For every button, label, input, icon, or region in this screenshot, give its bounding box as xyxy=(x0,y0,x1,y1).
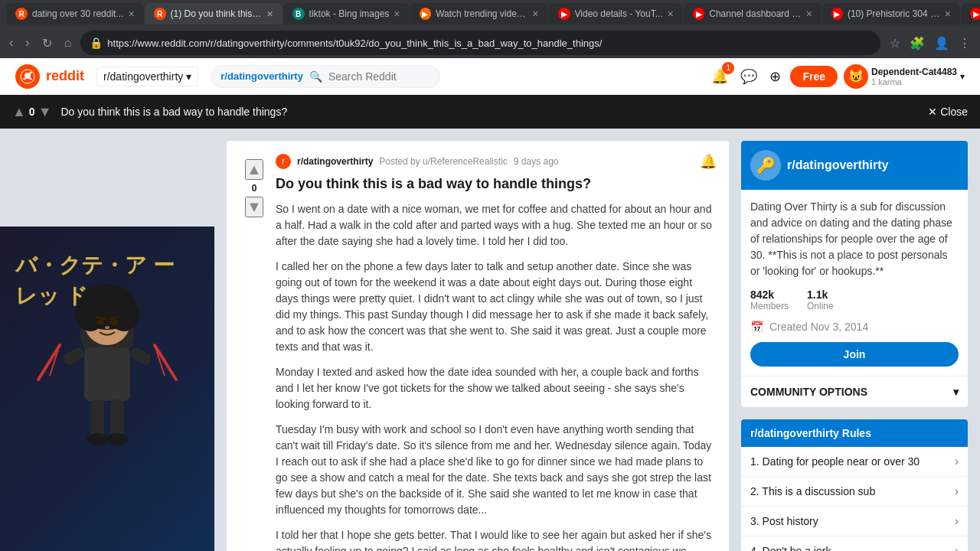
back-button[interactable]: ‹ xyxy=(6,33,16,53)
rule-4[interactable]: 4. Don't be a jerk › xyxy=(741,536,968,551)
tab-2-close[interactable]: × xyxy=(266,8,273,20)
tab-6-close[interactable]: × xyxy=(806,8,812,20)
post-body: r r/datingoverthirty Posted by u/Referen… xyxy=(276,153,717,551)
search-prefix: r/datingoverthirty xyxy=(220,70,303,82)
svg-rect-18 xyxy=(61,346,86,367)
svg-point-1 xyxy=(24,73,31,79)
tab-5-close[interactable]: × xyxy=(668,8,674,20)
svg-point-4 xyxy=(30,71,32,73)
tab-2[interactable]: R (1) Do you think this ... × xyxy=(145,3,283,24)
reload-button[interactable]: ↻ xyxy=(39,33,55,54)
rule-2-text: 2. This is a discussion sub xyxy=(750,485,875,497)
tab-5[interactable]: ▶ Video details - YouT... × xyxy=(549,3,683,24)
post-upvote-button[interactable]: ▲ xyxy=(245,159,263,180)
downvote-button[interactable]: ▼ xyxy=(38,104,52,120)
tab-1-close[interactable]: × xyxy=(128,8,134,20)
rule-1[interactable]: 1. Dating for people near or over 30 › xyxy=(741,447,968,477)
anime-character-svg: バ・クテ・ア ー レッ ド xyxy=(8,234,207,525)
post-text: So I went on a date with a nice woman, w… xyxy=(276,201,717,551)
created-date: Created Nov 3, 2014 xyxy=(769,321,868,333)
search-input[interactable] xyxy=(328,70,430,83)
rule-3-text: 3. Post history xyxy=(750,515,818,527)
rules-list: 1. Dating for people near or over 30 › 2… xyxy=(741,447,968,551)
tab-3-close[interactable]: × xyxy=(394,8,400,20)
post-subreddit: r/datingoverthirty xyxy=(297,156,373,167)
post-vote-count: 0 xyxy=(252,183,257,194)
tab-8-favicon: ▶ xyxy=(970,8,980,20)
post-card: ▲ 0 ▼ r r/datingoverthirty Posted by u/R… xyxy=(227,141,729,551)
members-stat: 842k Members xyxy=(750,289,789,311)
address-bar[interactable]: 🔒 https://www.reddit.com/r/datingoverthi… xyxy=(80,31,880,55)
post-downvote-button[interactable]: ▼ xyxy=(245,197,263,217)
post-view-bar: ▲ 0 ▼ Do you think this is a bad way to … xyxy=(0,95,980,129)
upvote-button[interactable]: ▲ xyxy=(12,104,26,120)
chat-button[interactable]: 💬 xyxy=(737,65,760,88)
svg-text:レッ ド: レッ ド xyxy=(15,284,88,308)
join-button[interactable]: Join xyxy=(750,342,959,367)
address-bar-row: ‹ › ↻ ⌂ 🔒 https://www.reddit.com/r/datin… xyxy=(0,28,980,58)
tab-6-favicon: ▶ xyxy=(693,8,704,20)
online-stat: 1.1k Online xyxy=(807,289,834,311)
post-inner: ▲ 0 ▼ r r/datingoverthirty Posted by u/R… xyxy=(239,153,717,551)
tab-3[interactable]: B tiktok - Bing images × xyxy=(283,3,410,24)
subreddit-name: r/datingoverthirty xyxy=(103,70,183,83)
rule-4-text: 4. Don't be a jerk xyxy=(750,545,831,551)
user-info: Dependent-Cat4483 1 karma xyxy=(871,67,957,86)
rule-4-chevron: › xyxy=(955,544,959,551)
chevron-down-icon: ▾ xyxy=(186,70,191,83)
notification-area: 🔔 1 xyxy=(708,65,731,88)
tab-6[interactable]: ▶ Channel dashboard - ... × xyxy=(684,3,822,24)
online-count: 1.1k xyxy=(807,289,834,301)
svg-text:バ・クテ・ア ー: バ・クテ・ア ー xyxy=(15,253,175,277)
subreddit-selector[interactable]: r/datingoverthirty ▾ xyxy=(96,67,198,86)
close-post-button[interactable]: ✕ Close xyxy=(928,106,968,118)
user-menu-chevron: ▾ xyxy=(960,71,965,82)
tab-3-title: tiktok - Bing images xyxy=(309,8,390,19)
rule-3[interactable]: 3. Post history › xyxy=(741,507,968,536)
post-title: Do you think this is a bad way to handle… xyxy=(276,176,717,192)
tab-4[interactable]: ▶ Watch trending video... × xyxy=(410,3,548,24)
rule-3-chevron: › xyxy=(955,514,959,528)
online-label: Online xyxy=(807,301,834,311)
tab-1[interactable]: R dating over 30 reddit... × xyxy=(6,3,144,24)
svg-point-26 xyxy=(87,433,108,445)
sidebar-description: Dating Over Thirty is a sub for discussi… xyxy=(750,199,959,279)
svg-line-24 xyxy=(155,345,176,380)
forward-button[interactable]: › xyxy=(22,33,32,53)
free-button[interactable]: Free xyxy=(790,66,838,87)
bookmark-button[interactable]: ☆ xyxy=(887,33,903,54)
extensions-button[interactable]: 🧩 xyxy=(906,33,928,54)
tab-7-title: (10) Prehistoric 304 W... xyxy=(848,8,940,19)
profile-button[interactable]: 👤 xyxy=(931,33,952,54)
user-menu[interactable]: 😺 Dependent-Cat4483 1 karma ▾ xyxy=(844,64,965,89)
rule-2[interactable]: 2. This is a discussion sub › xyxy=(741,477,968,507)
tab-1-favicon: R xyxy=(15,8,28,20)
lock-icon: 🔒 xyxy=(90,37,103,49)
search-icon: 🔍 xyxy=(309,70,322,83)
search-bar[interactable]: r/datingoverthirty 🔍 xyxy=(211,65,440,88)
home-button[interactable]: ⌂ xyxy=(61,33,75,53)
settings-button[interactable]: ⋮ xyxy=(956,33,974,54)
post-subreddit-icon: r xyxy=(276,154,291,169)
post-bookmark-button[interactable]: 🔔 xyxy=(700,153,717,170)
svg-rect-17 xyxy=(84,347,130,401)
svg-point-10 xyxy=(75,298,106,331)
coins-button[interactable]: ⊕ xyxy=(766,65,784,88)
tab-7[interactable]: ▶ (10) Prehistoric 304 W... × xyxy=(822,3,960,24)
tab-7-close[interactable]: × xyxy=(945,8,951,20)
post-vote-sidebar: ▲ 0 ▼ xyxy=(239,153,270,551)
avatar: 😺 xyxy=(844,64,868,89)
tab-6-title: Channel dashboard - ... xyxy=(709,8,801,19)
tab-bar: R dating over 30 reddit... × R (1) Do yo… xyxy=(0,0,980,28)
close-label: Close xyxy=(940,106,968,118)
svg-point-13 xyxy=(110,319,118,325)
tab-8[interactable]: ▶ YouTube × xyxy=(961,3,980,24)
svg-line-22 xyxy=(38,345,60,380)
members-count: 842k xyxy=(750,289,789,301)
reddit-logo[interactable]: reddit xyxy=(15,64,84,89)
address-input[interactable]: https://www.reddit.com/r/datingoverthirt… xyxy=(107,37,871,49)
community-options[interactable]: COMMUNITY OPTIONS ▾ xyxy=(741,376,968,407)
rule-1-chevron: › xyxy=(955,455,959,468)
rules-card: r/datingoverthirty Rules 1. Dating for p… xyxy=(741,419,968,551)
tab-4-close[interactable]: × xyxy=(532,8,538,20)
